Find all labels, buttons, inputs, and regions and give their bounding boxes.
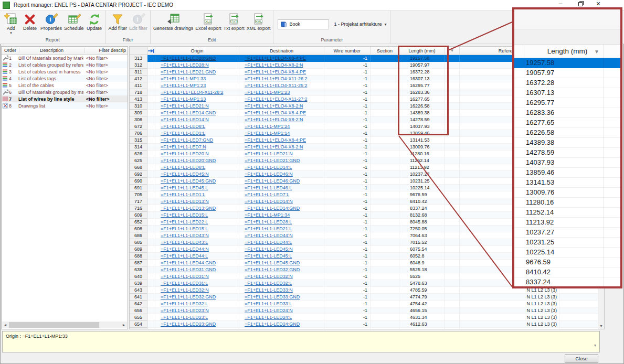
- row-number[interactable]: 314: [130, 144, 147, 151]
- destination-link[interactable]: =F1+EL1+L1+ELO4-X11-25:2: [245, 83, 307, 88]
- destination-link[interactable]: =F1+EL1+L1-LED14:L: [245, 165, 292, 170]
- destination-link[interactable]: =F1+EL1+L1-LED44:L: [245, 240, 292, 245]
- table-row[interactable]: 656=F1+EL1+L1-LED23:N=F1+EL1+L1-LED24:N-…: [130, 307, 604, 314]
- row-number[interactable]: 655: [130, 314, 147, 321]
- row-number[interactable]: 625: [130, 157, 147, 164]
- properties-button[interactable]: i Properties: [39, 12, 63, 32]
- origin-link[interactable]: =F1+EL1+L1-LED7:GND: [161, 137, 213, 143]
- row-number[interactable]: 717: [130, 198, 147, 205]
- destination-link[interactable]: =F1+EL1+L1-LED14:GND: [245, 206, 300, 211]
- origin-link[interactable]: =F1+EL1+L1-LED45:L: [161, 185, 208, 190]
- table-row[interactable]: 655=F1+EL1+L1-LED23:L=F1+EL1+L1-LED24:L-…: [130, 314, 604, 321]
- column-header-section[interactable]: Section: [371, 47, 399, 55]
- destination-link[interactable]: =F1+EL1+L1+ELO4-X8-2:N: [245, 103, 303, 109]
- row-number[interactable]: 691: [130, 185, 147, 191]
- report-list-item[interactable]: 8Drawings list<No filter>: [2, 102, 128, 109]
- row-number[interactable]: 310: [130, 103, 147, 110]
- column-header-order[interactable]: Order: [2, 48, 19, 53]
- origin-link[interactable]: =F1+EL1+L1-LED7:N: [161, 144, 206, 149]
- excel-export-button[interactable]: XLS Excel export: [194, 12, 223, 32]
- destination-link[interactable]: =F1+EL1+L1+ELO4-X8-2:N: [245, 144, 303, 149]
- row-number[interactable]: 311: [130, 69, 147, 76]
- row-number[interactable]: 639: [130, 280, 147, 287]
- add-button[interactable]: Add ▾: [2, 12, 20, 35]
- destination-link[interactable]: =F1+EL1+L1-LED24:GND: [245, 322, 300, 327]
- row-number[interactable]: 692: [130, 171, 147, 178]
- destination-link[interactable]: =F1+EL1+L1+ELO4-X8-4:PE: [245, 110, 306, 115]
- column-header-destination[interactable]: Destination: [239, 47, 324, 55]
- report-list-item[interactable]: 2List of cables grouped by reference<No …: [2, 61, 128, 68]
- scroll-down-icon[interactable]: ▾: [598, 323, 604, 329]
- row-number[interactable]: 718: [130, 89, 147, 96]
- row-number[interactable]: 608: [130, 226, 147, 232]
- origin-link[interactable]: =F1+EL1+L1-LED31:L: [161, 281, 208, 286]
- row-number[interactable]: 687: [130, 260, 147, 266]
- origin-link[interactable]: =F1+EL1+L1-LED14:GND: [161, 110, 216, 115]
- origin-link[interactable]: =F1+EL1+L1-LED44:N: [161, 247, 209, 252]
- destination-link[interactable]: =F1+EL1+L1-LED45:L: [245, 253, 292, 259]
- schedule-button[interactable]: Schedule: [63, 12, 85, 32]
- row-number[interactable]: 688: [130, 253, 147, 260]
- row-number[interactable]: 626: [130, 151, 147, 157]
- origin-link[interactable]: =F1+EL1+L1-LED22:L: [161, 219, 208, 224]
- table-row[interactable]: 657=F1+EL1+L1-LED25:N=F1+EL1+L1-LED26:N-…: [130, 328, 604, 329]
- origin-link[interactable]: =F1+EL1+L1-LED1:L: [161, 131, 205, 136]
- origin-link[interactable]: =F1+EL1+L1-LED43:L: [161, 240, 208, 245]
- origin-link[interactable]: =F1+EL1+L1-LED32:N: [161, 287, 209, 293]
- add-filter-button[interactable]: Add filter: [108, 12, 129, 32]
- table-row[interactable]: 641=F1+EL1+L1-LED32:GND=F1+EL1+L1-LED33:…: [130, 294, 604, 301]
- column-header-length[interactable]: Length (mm): [399, 47, 445, 55]
- column-header-wire-number[interactable]: Wire number: [324, 47, 371, 55]
- destination-link[interactable]: =F1+EL1+L1-LED14:N: [245, 199, 293, 204]
- destination-link[interactable]: =F1+EL1+L1-LED32:N: [245, 274, 293, 279]
- origin-link[interactable]: =F1+EL1+L1-LED1:L: [161, 192, 205, 197]
- destination-link[interactable]: =F1+EL1+L1-MP1:24: [245, 124, 290, 129]
- row-number[interactable]: 309: [130, 110, 147, 116]
- row-number[interactable]: 716: [130, 205, 147, 212]
- origin-link[interactable]: =F1+EL1+L1-LED23:GND: [161, 322, 216, 327]
- destination-link[interactable]: =F1+EL1+L1+ELO4-X11-26:2: [245, 76, 307, 81]
- column-header-origin[interactable]: Origin: [155, 47, 239, 55]
- row-number[interactable]: 657: [130, 328, 147, 329]
- destination-link[interactable]: =F1+EL1+L1-LED44:N: [245, 233, 293, 238]
- table-row[interactable]: 642=F1+EL1+L1-LED32:L=F1+EL1+L1-LED33:L-…: [130, 301, 604, 307]
- row-number[interactable]: 412: [130, 76, 147, 82]
- report-list-item[interactable]: 6Bill Of Materials grouped by manuf...<N…: [2, 89, 128, 95]
- length-sort-indicator[interactable]: ▼: [445, 47, 460, 55]
- destination-link[interactable]: =F1+EL1+L1+ELO4-X11-27:2: [245, 97, 307, 102]
- report-list-item[interactable]: 7List of wires by line style<No filter>: [2, 95, 128, 102]
- destination-link[interactable]: =F1+EL1+L1-LED28:L: [245, 219, 292, 224]
- txt-export-button[interactable]: TXT Txt export: [223, 12, 246, 32]
- row-number[interactable]: 609: [130, 212, 147, 219]
- report-list-hscrollbar[interactable]: ◄ ►: [2, 322, 127, 328]
- xml-export-button[interactable]: XML XML export: [246, 12, 272, 32]
- row-number[interactable]: 643: [130, 287, 147, 294]
- report-list-item[interactable]: 3List of cables used in harness<No filte…: [2, 68, 128, 75]
- row-number[interactable]: 706: [130, 130, 147, 137]
- destination-link[interactable]: =F1+EL1+L1+ELO4-X8-4:PE: [245, 69, 306, 74]
- row-number[interactable]: 672: [130, 123, 147, 130]
- add-dropdown-caret-icon[interactable]: ▾: [10, 31, 12, 34]
- scroll-left-icon[interactable]: ◄: [2, 323, 8, 327]
- origin-link[interactable]: =F1+EL1+L1-LED23:N: [161, 308, 209, 313]
- destination-link[interactable]: =F1+EL1+L1-MP1:23: [245, 90, 290, 95]
- column-header-description[interactable]: Description: [19, 48, 84, 53]
- destination-link[interactable]: =F1+EL1+L1-LED26:N: [245, 328, 293, 329]
- close-button[interactable]: Close: [565, 354, 598, 363]
- destination-link[interactable]: =F1+EL1+L1-LED32:GND: [245, 267, 300, 272]
- destination-link[interactable]: =F1+EL1+L1-LED46:N: [245, 172, 293, 177]
- row-number[interactable]: 642: [130, 301, 147, 307]
- row-number[interactable]: 413: [130, 96, 147, 103]
- destination-link[interactable]: =F1+EL1+L1-LED33:L: [245, 301, 292, 306]
- destination-link[interactable]: =F1+EL1+L1+ELO4-X8-4:PE: [245, 56, 306, 61]
- destination-link[interactable]: =F1+EL1+L1-LED7:L: [245, 192, 289, 197]
- destination-link[interactable]: =F1+EL1+L1-LED21:N: [245, 151, 293, 156]
- origin-link[interactable]: =F1+EL1+L1+ELO4-X11-28:2: [161, 90, 223, 95]
- origin-link[interactable]: =F1+EL1+L1-LED28:GND: [161, 56, 216, 61]
- origin-link[interactable]: =F1+EL1+L1-LED13:N: [161, 199, 209, 204]
- origin-link[interactable]: =F1+EL1+L1-MP1:13: [161, 97, 206, 102]
- report-list-item[interactable]: 1Bill Of Materials sorted by Mark<No fil…: [2, 55, 128, 61]
- generate-drawings-button[interactable]: Generate drawings: [152, 12, 194, 32]
- origin-link[interactable]: =F1+EL1+L1-LED25:N: [161, 328, 209, 329]
- row-number[interactable]: 686: [130, 232, 147, 239]
